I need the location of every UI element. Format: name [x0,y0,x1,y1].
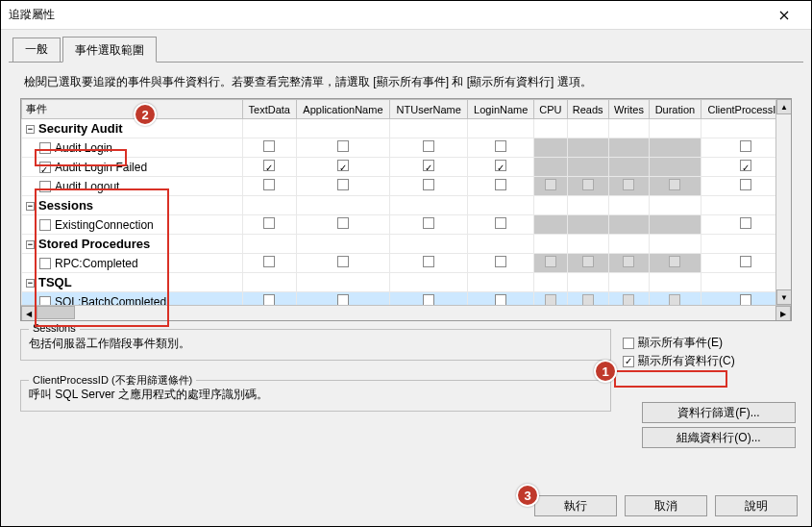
grid-cell[interactable] [390,158,468,177]
grid-cell[interactable] [390,177,468,196]
grid-cell[interactable] [650,177,701,196]
cell-checkbox[interactable] [337,140,349,152]
grid-cell[interactable] [390,273,468,292]
column-header[interactable]: Duration [650,100,701,119]
grid-cell[interactable] [390,215,468,235]
cell-checkbox[interactable] [337,217,349,229]
help-button[interactable]: 說明 [715,495,798,516]
close-button[interactable] [765,2,803,29]
grid-cell[interactable] [608,215,649,235]
category-row[interactable]: −Stored Procedures [22,235,791,254]
grid-cell[interactable] [390,235,468,254]
column-organize-button[interactable]: 組織資料行(O)... [642,427,796,448]
cell-checkbox[interactable] [495,256,506,267]
cell-checkbox[interactable] [740,140,751,152]
grid-cell[interactable] [296,177,390,196]
event-row[interactable]: Audit Login [22,138,791,158]
row-checkbox[interactable] [39,162,51,173]
grid-cell[interactable] [243,273,297,292]
event-row[interactable]: Audit Logout [22,177,791,196]
grid-cell[interactable] [468,235,534,254]
grid-cell[interactable] [608,158,649,177]
scroll-track[interactable] [37,306,775,320]
column-header[interactable]: Reads [567,100,608,119]
grid-cell[interactable] [243,119,297,138]
grid-cell[interactable] [534,119,567,138]
grid-cell[interactable] [608,235,649,254]
grid-cell[interactable] [468,196,534,215]
cell-checkbox[interactable] [740,160,751,171]
cell-checkbox[interactable] [263,140,275,152]
cell-checkbox[interactable] [495,179,506,190]
grid-cell[interactable] [296,196,390,215]
grid-cell[interactable] [567,119,608,138]
cell-checkbox[interactable] [263,256,275,267]
grid-cell[interactable] [567,158,608,177]
grid-cell[interactable] [390,196,468,215]
cell-checkbox[interactable] [337,179,349,190]
grid-cell[interactable] [567,177,608,196]
grid-cell[interactable] [296,158,390,177]
grid-cell[interactable] [534,235,567,254]
grid-cell[interactable] [608,273,649,292]
grid-cell[interactable] [296,254,390,273]
cell-checkbox[interactable] [669,256,680,267]
column-header[interactable]: Writes [608,100,649,119]
horizontal-scrollbar[interactable]: ◀ ▶ [21,305,791,320]
event-row[interactable]: RPC:Completed [22,254,791,273]
cell-checkbox[interactable] [740,256,751,267]
scroll-right-button[interactable]: ▶ [775,306,791,321]
grid-cell[interactable] [296,119,390,138]
grid-cell[interactable] [567,235,608,254]
event-row[interactable]: Audit Login Failed [22,158,791,177]
cell-checkbox[interactable] [495,140,506,152]
grid-cell[interactable] [468,273,534,292]
category-row[interactable]: −TSQL [22,273,791,292]
cell-checkbox[interactable] [423,160,434,171]
column-header[interactable]: ApplicationName [296,100,390,119]
show-all-cols-row[interactable]: 顯示所有資料行(C) [623,353,796,369]
show-all-cols-checkbox[interactable] [623,356,634,367]
cancel-button[interactable]: 取消 [625,495,707,516]
grid-cell[interactable] [390,119,468,138]
grid-cell[interactable] [468,215,534,235]
grid-cell[interactable] [243,254,297,273]
cell-checkbox[interactable] [495,160,506,171]
cell-checkbox[interactable] [337,256,349,267]
grid-cell[interactable] [567,273,608,292]
grid-cell[interactable] [534,177,567,196]
cell-checkbox[interactable] [263,160,275,171]
grid-cell[interactable] [608,138,649,158]
event-row[interactable]: ExistingConnection [22,215,791,235]
grid-cell[interactable] [296,138,390,158]
cell-checkbox[interactable] [495,217,506,229]
tab-events[interactable]: 事件選取範圍 [62,37,157,63]
grid-cell[interactable] [243,138,297,158]
grid-cell[interactable] [534,158,567,177]
grid-cell[interactable] [650,158,701,177]
cell-checkbox[interactable] [582,179,594,190]
cell-checkbox[interactable] [623,179,634,190]
cell-checkbox[interactable] [669,179,680,190]
grid-cell[interactable] [608,177,649,196]
grid-cell[interactable] [567,138,608,158]
grid-cell[interactable] [390,138,468,158]
cell-checkbox[interactable] [623,256,634,267]
grid-cell[interactable] [243,158,297,177]
grid-cell[interactable] [243,196,297,215]
grid-cell[interactable] [468,138,534,158]
cell-checkbox[interactable] [423,256,434,267]
grid-cell[interactable] [243,235,297,254]
show-all-events-row[interactable]: 顯示所有事件(E) [623,335,796,351]
scroll-down-button[interactable]: ▼ [776,289,792,305]
cell-checkbox[interactable] [263,179,275,190]
cell-checkbox[interactable] [582,256,594,267]
cell-checkbox[interactable] [423,217,434,229]
scroll-thumb[interactable] [37,306,75,319]
grid-cell[interactable] [534,215,567,235]
row-checkbox[interactable] [39,181,51,192]
row-checkbox[interactable] [39,258,51,269]
row-checkbox[interactable] [39,142,51,154]
grid-cell[interactable] [567,254,608,273]
grid-cell[interactable] [468,177,534,196]
